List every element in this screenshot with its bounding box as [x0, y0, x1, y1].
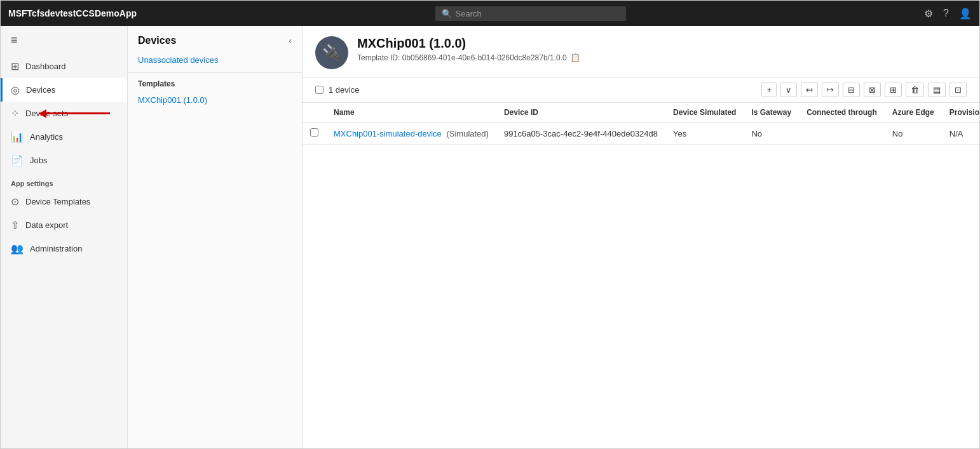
row-azure-edge-cell: No: [885, 123, 942, 145]
hamburger-icon[interactable]: ≡: [1, 26, 127, 55]
row-checkbox[interactable]: [310, 128, 318, 137]
col-device-id: Device ID: [496, 103, 665, 123]
mid-panel-collapse-button[interactable]: ‹: [289, 36, 292, 46]
device-info: MXChip001 (1.0.0) Template ID: 0b056869-…: [357, 36, 580, 62]
arrow-head: [39, 109, 46, 118]
content-area: 🔌 MXChip001 (1.0.0) Template ID: 0b05686…: [303, 26, 979, 448]
app-settings-label: App settings: [1, 172, 127, 190]
toolbar-actions: + ∨ ↤ ↦ ⊟ ⊠ ⊞ 🗑 ▤ ⊡: [761, 83, 967, 97]
row-device-id-cell: 991c6a05-3cac-4ec2-9e4f-440ede0324d8: [496, 123, 665, 145]
toolbar-grid-large-button[interactable]: ⊞: [885, 83, 902, 97]
content-header: 🔌 MXChip001 (1.0.0) Template ID: 0b05686…: [303, 26, 979, 77]
main-content: ≡ ⊞ Dashboard ◎ Devices ⁘ Device sets 📊 …: [1, 26, 979, 448]
select-all-checkbox[interactable]: [315, 86, 323, 94]
row-connected-cell: [799, 123, 885, 145]
search-icon: 🔍: [442, 9, 452, 18]
data-export-icon: ⇧: [11, 219, 19, 231]
sidebar-item-analytics[interactable]: 📊 Analytics: [1, 125, 127, 149]
device-name-link[interactable]: MXChip001-simulated-device: [334, 129, 442, 138]
toolbar-grid-small-button[interactable]: ⊟: [843, 83, 860, 97]
toolbar-dropdown-button[interactable]: ∨: [780, 83, 797, 97]
help-icon[interactable]: ?: [943, 8, 949, 19]
table-header-row: Name Device ID Device Simulated Is Gatew…: [303, 103, 979, 123]
sidebar-item-label-device-templates: Device Templates: [25, 197, 90, 206]
toolbar-table-button[interactable]: ⊡: [949, 83, 967, 97]
row-checkbox-cell: [303, 123, 326, 145]
template-id-text: Template ID: 0b056869-401e-40e6-b014-026…: [357, 53, 567, 62]
sidebar-item-label-devices: Devices: [26, 85, 55, 95]
simulated-badge: (Simulated): [446, 129, 488, 138]
row-name-cell: MXChip001-simulated-device (Simulated): [326, 123, 496, 145]
device-template-id: Template ID: 0b056869-401e-40e6-b014-026…: [357, 53, 580, 62]
toolbar-list-button[interactable]: ▤: [928, 83, 946, 97]
copy-icon[interactable]: 📋: [570, 53, 580, 62]
sidebar-item-label-dashboard: Dashboard: [25, 62, 66, 71]
sidebar-item-label-analytics: Analytics: [30, 132, 63, 142]
mid-panel-title: Devices: [138, 35, 177, 46]
device-id-value: 991c6a05-3cac-4ec2-9e4f-440ede0324d8: [504, 129, 658, 138]
sidebar: ≡ ⊞ Dashboard ◎ Devices ⁘ Device sets 📊 …: [1, 26, 128, 448]
sidebar-item-device-sets[interactable]: ⁘ Device sets: [1, 102, 127, 125]
sidebar-item-device-templates[interactable]: ⊙ Device Templates: [1, 190, 127, 213]
jobs-icon: 📄: [11, 154, 24, 166]
arrow-line: [46, 112, 110, 114]
toolbar-left: 1 device: [315, 85, 756, 95]
analytics-icon: 📊: [11, 131, 24, 143]
toolbar-add-button[interactable]: +: [761, 83, 777, 97]
search-box[interactable]: 🔍: [435, 6, 626, 21]
sidebar-item-jobs[interactable]: 📄 Jobs: [1, 149, 127, 172]
col-connected-through: Connected through: [799, 103, 885, 123]
toolbar-arrow-right-button[interactable]: ↦: [822, 83, 839, 97]
sidebar-item-label-jobs: Jobs: [30, 156, 47, 165]
device-count: 1 device: [329, 85, 359, 95]
row-simulated-cell: Yes: [665, 123, 744, 145]
simulated-value: Yes: [673, 129, 686, 138]
table-row: MXChip001-simulated-device (Simulated) 9…: [303, 123, 979, 145]
sidebar-item-administration[interactable]: 👥 Administration: [1, 237, 127, 260]
device-templates-icon: ⊙: [11, 196, 19, 208]
sidebar-item-label-data-export: Data export: [25, 220, 68, 230]
mid-panel: Devices ‹ Unassociated devices Templates…: [128, 26, 303, 448]
sidebar-item-data-export[interactable]: ⇧ Data export: [1, 213, 127, 237]
table-toolbar: 1 device + ∨ ↤ ↦ ⊟ ⊠ ⊞ 🗑 ▤ ⊡: [303, 77, 979, 103]
administration-icon: 👥: [11, 243, 24, 255]
row-gateway-cell: No: [744, 123, 799, 145]
row-provisioning-cell: N/A: [942, 123, 979, 145]
device-name: MXChip001 (1.0.0): [357, 36, 580, 51]
device-avatar: 🔌: [315, 36, 348, 69]
toolbar-delete-button[interactable]: 🗑: [906, 83, 924, 97]
topbar-icons: ⚙ ? 👤: [924, 8, 972, 20]
topbar: MSFTcfsdevtestCCSDemoApp 🔍 ⚙ ? 👤: [1, 1, 979, 26]
azure-edge-value: No: [892, 129, 903, 138]
user-icon[interactable]: 👤: [959, 8, 972, 20]
device-table-wrapper: Name Device ID Device Simulated Is Gatew…: [303, 103, 979, 448]
settings-icon[interactable]: ⚙: [924, 8, 933, 20]
col-provisioning-stat: Provisioning Stat: [942, 103, 979, 123]
search-input[interactable]: [456, 9, 620, 18]
col-is-gateway: Is Gateway: [744, 103, 799, 123]
mid-panel-header: Devices ‹: [128, 26, 302, 51]
col-name: Name: [326, 103, 496, 123]
templates-section-label: Templates: [128, 72, 302, 91]
app-title: MSFTcfsdevtestCCSDemoApp: [8, 8, 137, 18]
col-azure-edge: Azure Edge: [885, 103, 942, 123]
col-device-simulated: Device Simulated: [665, 103, 744, 123]
device-sets-icon: ⁘: [11, 107, 19, 119]
col-checkbox: [303, 103, 326, 123]
sidebar-item-label-administration: Administration: [30, 244, 82, 253]
device-avatar-icon: 🔌: [322, 44, 341, 62]
sidebar-item-devices[interactable]: ◎ Devices: [1, 78, 127, 102]
toolbar-grid-button[interactable]: ⊠: [864, 83, 881, 97]
template-item-mxchip001[interactable]: MXChip001 (1.0.0): [128, 91, 302, 109]
device-table: Name Device ID Device Simulated Is Gatew…: [303, 103, 979, 145]
red-arrow-annotation: [39, 109, 110, 118]
devices-icon: ◎: [11, 84, 20, 96]
gateway-value: No: [751, 129, 762, 138]
toolbar-arrow-left-button[interactable]: ↤: [801, 83, 818, 97]
provisioning-value: N/A: [949, 129, 963, 138]
sidebar-item-dashboard[interactable]: ⊞ Dashboard: [1, 55, 127, 78]
dashboard-icon: ⊞: [11, 60, 19, 72]
unassociated-devices-link[interactable]: Unassociated devices: [128, 51, 302, 69]
